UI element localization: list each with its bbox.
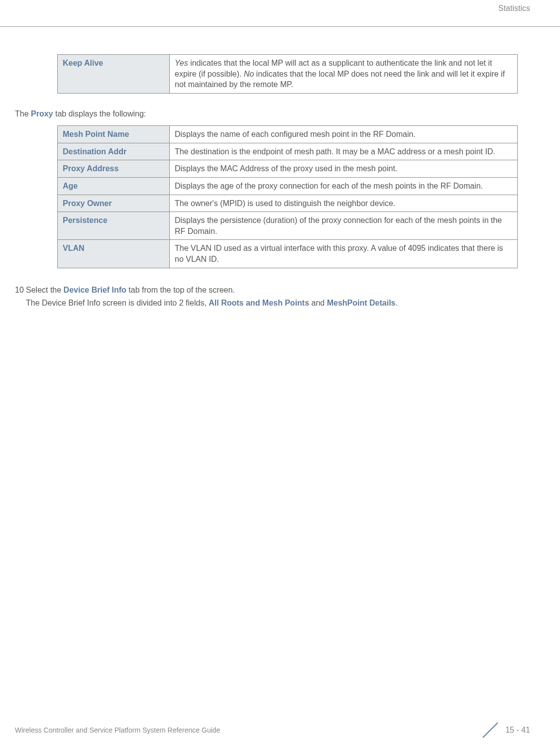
svg-line-0 [483, 723, 498, 738]
table-row: VLAN The VLAN ID used as a virtual inter… [58, 240, 518, 268]
row-label: Proxy Owner [58, 195, 170, 212]
row-label: Mesh Point Name [58, 126, 170, 143]
table-row: Persistence Displays the persistence (du… [58, 212, 518, 240]
line2-bold2: MeshPoint Details [327, 299, 396, 307]
header-rule [0, 26, 560, 27]
step-body: Select the Device Brief Info tab from th… [26, 286, 235, 295]
row-desc: Displays the persistence (duration) of t… [170, 212, 518, 240]
no-italic: No [244, 70, 254, 78]
step-10: 10 Select the Device Brief Info tab from… [15, 286, 518, 295]
table-row: Keep Alive Yes indicates that the local … [58, 55, 518, 94]
row-label: Destination Addr [58, 143, 170, 160]
line2-suffix: . [396, 299, 398, 307]
header-section: Statistics [0, 0, 560, 14]
proxy-table: Mesh Point Name Displays the name of eac… [57, 125, 518, 268]
line2-bold1: All Roots and Mesh Points [209, 299, 309, 307]
line2-mid: and [309, 299, 327, 307]
step-suffix: tab from the top of the screen. [126, 286, 235, 294]
row-label: Age [58, 177, 170, 195]
line2-prefix: The Device Brief Info screen is divided … [26, 299, 209, 307]
intro-bold: Proxy [31, 109, 53, 118]
step-line2: The Device Brief Info screen is divided … [26, 299, 518, 308]
row-desc: The owner's (MPID) is used to distinguis… [170, 195, 518, 212]
intro-prefix: The [15, 109, 31, 118]
step-bold: Device Brief Info [64, 286, 126, 294]
row-desc: The VLAN ID used as a virtual interface … [170, 240, 518, 268]
step-prefix: Select the [26, 286, 64, 294]
footer-title: Wireless Controller and Service Platform… [15, 726, 220, 734]
row-desc: Displays the MAC Address of the proxy us… [170, 160, 518, 178]
table-row: Proxy Address Displays the MAC Address o… [58, 160, 518, 178]
row-label: Proxy Address [58, 160, 170, 178]
row-label: Keep Alive [58, 55, 170, 94]
row-desc: The destination is the endpoint of mesh … [170, 143, 518, 160]
table-row: Destination Addr The destination is the … [58, 143, 518, 160]
keep-alive-table: Keep Alive Yes indicates that the local … [57, 54, 518, 94]
intro-suffix: tab displays the following: [53, 109, 146, 118]
slash-icon [480, 720, 500, 740]
proxy-intro: The Proxy tab displays the following: [15, 108, 518, 119]
footer: Wireless Controller and Service Platform… [0, 720, 560, 740]
row-desc: Displays the age of the proxy connection… [170, 177, 518, 195]
table-row: Mesh Point Name Displays the name of eac… [58, 126, 518, 143]
row-desc: Yes indicates that the local MP will act… [170, 55, 518, 94]
table-row: Age Displays the age of the proxy connec… [58, 177, 518, 195]
table-row: Proxy Owner The owner's (MPID) is used t… [58, 195, 518, 212]
row-desc: Displays the name of each configured mes… [170, 126, 518, 143]
row-label: Persistence [58, 212, 170, 240]
step-number: 10 [15, 286, 26, 295]
page-number: 15 - 41 [505, 726, 530, 735]
yes-italic: Yes [175, 59, 188, 67]
row-label: VLAN [58, 240, 170, 268]
